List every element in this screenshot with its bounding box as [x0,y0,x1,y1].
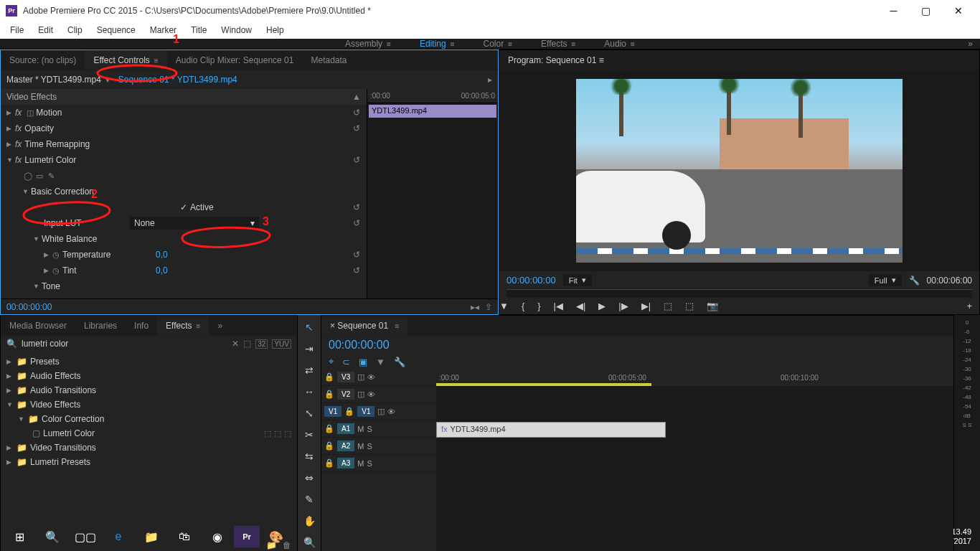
tint-value[interactable]: 0,0 [156,265,199,276]
timeline-timecode[interactable]: 00:00:00:00 [329,339,390,352]
wrench-icon[interactable]: 🔧 [909,276,920,286]
add-button-icon[interactable]: + [966,301,972,311]
slip-tool-icon[interactable]: ⇆ [301,448,317,464]
extract-icon[interactable]: ⬚ [685,301,694,311]
maximize-button[interactable]: ▢ [910,0,942,22]
reset-icon[interactable]: ↺ [349,202,364,212]
close-button[interactable]: ✕ [942,0,974,22]
program-video-area[interactable] [499,70,979,271]
effects-search-input[interactable] [22,339,227,349]
store-icon[interactable]: 🛍 [168,522,201,551]
track-select-tool-icon[interactable]: ⇥ [301,341,317,357]
input-lut-dropdown[interactable]: None▾ [130,217,259,230]
out-point-icon[interactable]: } [537,301,540,311]
chevron-down-icon[interactable]: ▾ [105,75,110,85]
workspace-effects[interactable]: Effects≡ [541,39,575,49]
ec-ruler[interactable]: :00:0000:00:05:0 [367,89,498,103]
toggle-timeline-icon[interactable]: ▸ [488,75,492,85]
tab-metadata[interactable]: Metadata [302,51,355,70]
tab-effects-browser[interactable]: Effects≡ [157,316,209,335]
lift-icon[interactable]: ⬚ [664,301,672,311]
tree-color-correction[interactable]: ▼📁Color Correction [1,412,297,426]
track-v2[interactable]: 🔒V2◫👁 [321,386,436,403]
hand-tool-icon[interactable]: ✋ [301,513,317,529]
lock-icon[interactable]: 🔒 [324,390,334,399]
razor-tool-icon[interactable]: ✂ [301,427,317,443]
menu-file[interactable]: File [3,22,31,38]
reset-icon[interactable]: ↺ [349,250,364,260]
workspace-editing[interactable]: Editing≡ [420,39,455,49]
tab-libraries[interactable]: Libraries [75,316,126,335]
slide-tool-icon[interactable]: ⇔ [301,470,317,486]
tree-lumetri-presets[interactable]: ▶📁Lumetri Presets [1,455,297,469]
workspace-color[interactable]: Color≡ [484,39,513,49]
filter-yuv-icon[interactable]: YUV [272,339,291,349]
white-balance-row[interactable]: ▼White Balance [1,231,367,247]
ec-clip-bar[interactable]: YDTL3499.mp4 [369,105,496,118]
marker-tool-icon[interactable]: ▼ [376,357,385,367]
temperature-row[interactable]: ▶◷Temperature0,0↺ [1,247,367,263]
tab-effect-controls[interactable]: Effect Controls≡ [85,51,166,70]
sequence-clip-label[interactable]: Sequence 01 * YDTL3499.mp4 [118,75,237,85]
pen-tool-icon[interactable]: ✎ [301,491,317,507]
reset-icon[interactable]: ↺ [349,123,364,133]
filter-icon[interactable]: ⬚ [243,339,251,349]
timeline-tab[interactable]: × Sequence 01 ≡ [321,316,407,335]
workspace-overflow-icon[interactable]: » [968,39,973,49]
go-to-in-icon[interactable]: |◀ [554,301,563,311]
rate-stretch-tool-icon[interactable]: ⤡ [301,405,317,421]
track-a3[interactable]: 🔒A3MS [321,455,436,472]
stopwatch-icon[interactable]: ◷ [52,266,62,276]
menu-help[interactable]: Help [259,22,291,38]
reset-icon[interactable]: ↺ [349,265,364,276]
active-checkbox-row[interactable]: ✓Active↺ [1,199,367,215]
menu-edit[interactable]: Edit [31,22,60,38]
track-a1[interactable]: 🔒A1MS [321,420,436,438]
filter-32-icon[interactable]: 32 [255,339,268,349]
ripple-edit-tool-icon[interactable]: ⇄ [301,362,317,378]
program-tab[interactable]: Program: Sequence 01 ≡ [499,51,613,70]
tree-lumetri-color-effect[interactable]: ▢Lumetri Color⬚⬚⬚ [1,426,297,441]
temperature-value[interactable]: 0,0 [156,250,199,260]
start-button[interactable]: ⊞ [3,522,36,551]
effect-lumetri-color[interactable]: ▼fxLumetri Color↺ [1,152,367,168]
paint-icon[interactable]: 🎨 [260,522,293,551]
program-timecode-left[interactable]: 00:00:00:00 [507,275,556,286]
tree-video-transitions[interactable]: ▶📁Video Transitions [1,441,297,455]
edge-icon[interactable]: e [102,522,135,551]
rolling-edit-tool-icon[interactable]: ↔ [301,384,317,400]
export-icon[interactable]: ⇪ [485,302,492,312]
step-forward-icon[interactable]: |▶ [618,301,628,311]
timeline-tracks-area[interactable]: :00:00 00:00:05:00 00:00:10:00 fxYDTL349… [436,369,953,551]
play-icon[interactable]: ▶ [598,301,606,311]
menu-marker[interactable]: Marker [143,22,184,38]
task-view-icon[interactable]: ▢▢ [69,522,102,551]
menu-sequence[interactable]: Sequence [90,22,143,38]
snap-icon[interactable]: ⌖ [329,356,334,367]
tree-presets[interactable]: ▶📁Presets [1,354,297,369]
clear-search-icon[interactable]: ✕ [232,339,239,349]
effect-time-remapping[interactable]: ▶fxTime Remapping [1,136,367,152]
workspace-audio[interactable]: Audio≡ [604,39,635,49]
tree-audio-effects[interactable]: ▶📁Audio Effects [1,369,297,383]
search-taskbar-icon[interactable]: 🔍 [36,522,69,551]
rect-mask-icon[interactable]: ▭ [34,171,45,181]
track-a2[interactable]: 🔒A2MS [321,438,436,455]
export-frame-icon[interactable]: 📷 [707,301,718,311]
selection-tool-icon[interactable]: ↖ [301,319,317,335]
menu-clip[interactable]: Clip [60,22,90,38]
minimize-button[interactable]: ─ [877,0,910,22]
tab-info[interactable]: Info [126,316,157,335]
reset-icon[interactable]: ↺ [349,218,364,228]
tree-video-effects[interactable]: ▼📁Video Effects [1,397,297,412]
program-fit-dropdown[interactable]: Fit▾ [563,274,592,286]
loop-icon[interactable]: ▸◂ [471,302,479,312]
work-area-bar[interactable] [436,383,651,386]
marker-icon[interactable]: ▼ [499,301,509,311]
go-to-out-icon[interactable]: ▶| [641,301,651,311]
lock-icon[interactable]: 🔒 [324,424,334,433]
ellipse-mask-icon[interactable]: ◯ [22,171,34,181]
tab-media-browser[interactable]: Media Browser [1,316,75,335]
file-explorer-icon[interactable]: 📁 [135,522,168,551]
program-resolution-dropdown[interactable]: Full▾ [869,274,902,286]
